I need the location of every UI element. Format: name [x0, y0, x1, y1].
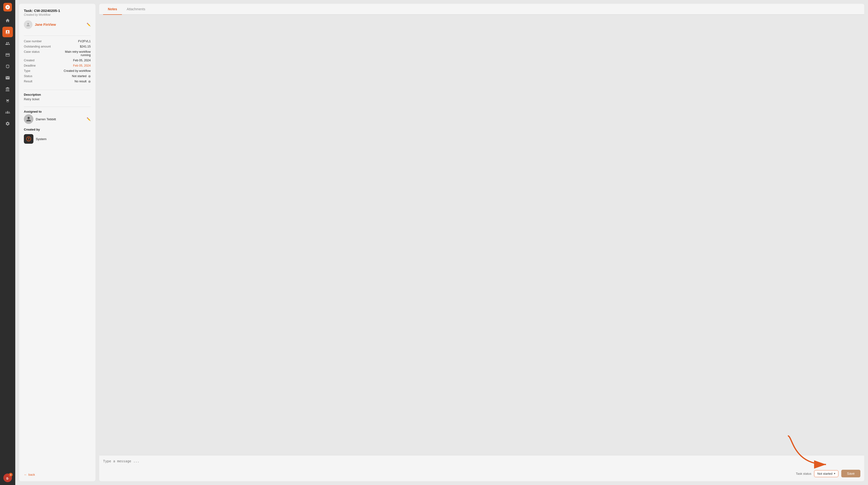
tab-notes[interactable]: Notes	[103, 4, 122, 15]
contact-name[interactable]: Jane FinView	[35, 23, 84, 27]
back-link[interactable]: ← back	[24, 468, 91, 477]
notification-badge: 2	[9, 473, 13, 477]
field-label: Outstanding amount	[24, 44, 61, 49]
field-label: Result	[24, 79, 61, 84]
table-row: Deadline Feb 05, 2024	[24, 63, 91, 68]
database-icon	[5, 64, 10, 69]
main-content: Task: CW-20240205-1 Created by Workflow …	[15, 0, 868, 485]
sidebar-item-contacts[interactable]	[2, 38, 13, 49]
field-value-status: Not started	[61, 73, 91, 79]
back-label: back	[28, 473, 35, 477]
sidebar-item-mail[interactable]	[2, 72, 13, 83]
field-label: Type	[24, 68, 61, 73]
contacts-icon	[5, 41, 10, 46]
tasks-icon	[5, 30, 10, 34]
notes-content-area	[99, 15, 864, 455]
assigned-row: Darren Tebbitt ✏️	[24, 114, 91, 124]
sidebar-item-usersgroup[interactable]	[2, 107, 13, 117]
left-panel: Task: CW-20240205-1 Created by Workflow …	[19, 4, 95, 481]
task-subtitle: Created by Workflow	[24, 13, 91, 17]
result-dot	[88, 81, 91, 83]
task-status-label: Task status	[796, 472, 811, 476]
field-label: Case status	[24, 49, 61, 58]
table-row: Created Feb 05, 2024	[24, 58, 91, 63]
avatar-initials: g.	[6, 476, 9, 480]
field-value: Feb 05, 2024	[61, 58, 91, 63]
sidebar-bottom: g. 2	[3, 474, 12, 482]
tab-attachments[interactable]: Attachments	[122, 4, 150, 15]
sidebar-item-home[interactable]	[2, 15, 13, 26]
task-status-dropdown[interactable]: Not started ▾	[814, 470, 838, 477]
sidebar-item-database[interactable]	[2, 61, 13, 71]
system-logo-icon	[26, 136, 31, 142]
field-label: Case number	[24, 39, 61, 44]
field-value: FV2FVL1	[61, 39, 91, 44]
sidebar-item-idcard[interactable]	[2, 50, 13, 60]
assigned-name: Darren Tebbitt	[36, 117, 84, 121]
table-row: Status Not started	[24, 73, 91, 79]
idcard-icon	[5, 53, 10, 57]
field-value-result: No result	[61, 79, 91, 84]
created-by-title: Created by	[24, 128, 91, 131]
assigned-person-icon	[25, 116, 32, 122]
field-value-deadline: Feb 05, 2024	[61, 63, 91, 68]
bottom-bar: Task status Not started ▾ Save	[103, 470, 860, 477]
sidebar-item-bank[interactable]	[2, 84, 13, 94]
person-icon	[26, 22, 31, 27]
field-value: Created by workflow	[61, 68, 91, 73]
table-row: Case number FV2FVL1	[24, 39, 91, 44]
chevron-down-icon: ▾	[834, 472, 835, 475]
assigned-to-title: Assigned to	[24, 110, 91, 113]
field-label: Deadline	[24, 63, 61, 68]
table-row: Case status Main retry workflow running	[24, 49, 91, 58]
task-title: Task: CW-20240205-1	[24, 8, 91, 13]
mail-icon	[5, 75, 10, 80]
contact-row: Jane FinView ✏️	[24, 20, 91, 29]
field-label: Status	[24, 73, 61, 79]
right-panel-wrapper: Notes Attachments Task status Not starte…	[99, 4, 864, 481]
contact-avatar-icon	[24, 20, 32, 29]
table-row: Outstanding amount $241.15	[24, 44, 91, 49]
user-avatar[interactable]: g. 2	[3, 474, 12, 482]
table-row: Result No result	[24, 79, 91, 84]
created-by-row: System	[24, 134, 91, 144]
message-input-area: Task status Not started ▾ Save	[99, 455, 864, 481]
sidebar-item-git[interactable]	[2, 95, 13, 106]
sidebar: g. 2	[0, 0, 15, 485]
table-row: Type Created by workflow	[24, 68, 91, 73]
git-icon	[5, 98, 10, 103]
app-logo[interactable]	[3, 3, 12, 11]
field-value: $241.15	[61, 44, 91, 49]
divider-2	[24, 90, 91, 90]
system-logo	[24, 134, 33, 144]
save-button[interactable]: Save	[841, 470, 860, 477]
field-value: Main retry workflow running	[61, 49, 91, 58]
sidebar-item-settings[interactable]	[2, 118, 13, 129]
sidebar-item-tasks[interactable]	[2, 27, 13, 37]
back-arrow-icon: ←	[24, 473, 27, 477]
task-info-table: Case number FV2FVL1 Outstanding amount $…	[24, 39, 91, 84]
message-input[interactable]	[103, 459, 860, 467]
task-status-value: Not started	[817, 472, 832, 476]
assigned-avatar	[24, 114, 33, 124]
settings-icon	[5, 121, 10, 126]
tabs-bar: Notes Attachments	[99, 4, 864, 15]
logo-icon	[5, 4, 10, 10]
usersgroup-icon	[5, 110, 10, 115]
system-name: System	[36, 137, 46, 141]
contact-edit-icon[interactable]: ✏️	[87, 23, 91, 27]
bank-icon	[5, 87, 10, 92]
right-panel: Notes Attachments Task status Not starte…	[99, 4, 864, 481]
field-label: Created	[24, 58, 61, 63]
status-dot	[88, 75, 91, 78]
description-text: Retry ticket	[24, 97, 91, 101]
assigned-edit-icon[interactable]: ✏️	[87, 117, 91, 121]
description-title: Description	[24, 93, 91, 96]
home-icon	[5, 18, 10, 23]
